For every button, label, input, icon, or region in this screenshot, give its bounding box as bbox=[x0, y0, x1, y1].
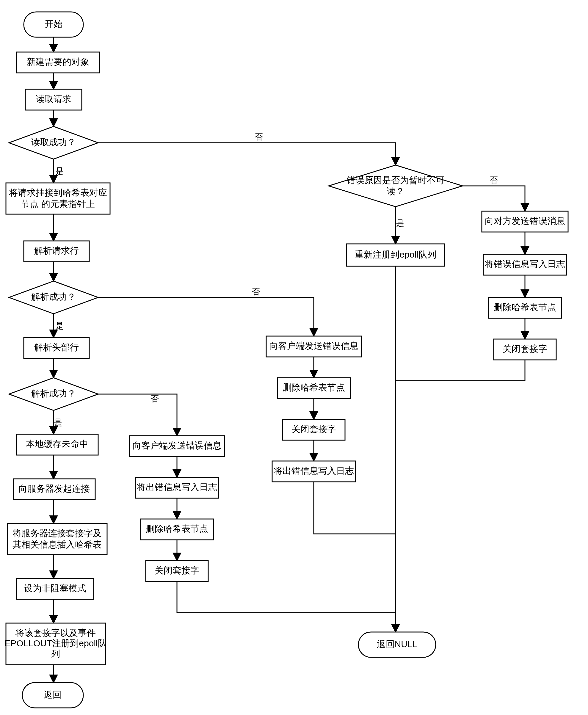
terminator-return-label: 返回 bbox=[44, 690, 62, 699]
box-r4-label: 关闭套接字 bbox=[155, 565, 199, 575]
box-insert-hash-l1: 将服务器连接套接字及 bbox=[12, 528, 102, 538]
box-nonblocking-label: 设为非阻塞模式 bbox=[24, 583, 86, 593]
label-no-3: 否 bbox=[150, 394, 159, 403]
box-m1-label: 向客户端发送错误信息 bbox=[269, 341, 358, 351]
box-hash-attach-l1: 将请求挂接到哈希表对应 bbox=[8, 188, 107, 197]
decision-read-success-label: 读取成功？ bbox=[31, 137, 76, 147]
label-yes-2: 是 bbox=[55, 321, 64, 331]
box-hash-attach-l2: 节点 的元素指针上 bbox=[21, 199, 95, 209]
box-parse-request-line-label: 解析请求行 bbox=[34, 246, 79, 255]
box-connect-server-label: 向服务器发起连接 bbox=[18, 484, 90, 493]
flowchart: 开始 新建需要的对象 读取请求 读取成功？ 是 将请求挂接到哈希表对应 节点 的… bbox=[0, 0, 588, 715]
box-r2-label: 将出错信息写入日志 bbox=[136, 482, 217, 492]
box-cache-miss-label: 本地缓存未命中 bbox=[26, 439, 88, 449]
box-m3-label: 关闭套接字 bbox=[292, 424, 336, 434]
box-e3-label: 删除哈希表节点 bbox=[494, 302, 556, 312]
label-no-1: 否 bbox=[255, 132, 263, 142]
box-read-request-label: 读取请求 bbox=[36, 94, 71, 104]
decision-parse1-success-label: 解析成功？ bbox=[31, 292, 76, 301]
label-yes-3: 是 bbox=[54, 418, 62, 427]
box-register-epoll-l3: 列 bbox=[51, 649, 60, 658]
label-no-4: 否 bbox=[489, 175, 498, 185]
terminator-return-null-label: 返回NULL bbox=[377, 639, 418, 649]
decision-temp-l2: 读？ bbox=[387, 186, 404, 196]
terminator-start-label: 开始 bbox=[45, 19, 62, 29]
box-register-epoll-l2: EPOLLOUT注册到epoll队 bbox=[4, 638, 106, 648]
decision-temp-l1: 错误原因是否为暂时不可 bbox=[346, 175, 445, 185]
box-register-epoll-l1: 将该套接字以及事件 bbox=[15, 628, 96, 638]
box-r3-label: 删除哈希表节点 bbox=[146, 524, 208, 533]
box-t1-label: 重新注册到epoll队列 bbox=[355, 250, 436, 259]
box-new-objects-label: 新建需要的对象 bbox=[27, 57, 89, 67]
label-no-2: 否 bbox=[252, 287, 260, 296]
box-parse-header-label: 解析头部行 bbox=[34, 342, 79, 352]
box-m4-label: 将出错信息写入日志 bbox=[273, 466, 354, 476]
box-r1-label: 向客户端发送错误信息 bbox=[132, 440, 222, 450]
box-e1-label: 向对方发送错误消息 bbox=[485, 216, 565, 226]
box-m2-label: 删除哈希表节点 bbox=[282, 382, 345, 392]
decision-parse2-success-label: 解析成功？ bbox=[31, 388, 76, 398]
label-yes-4: 是 bbox=[396, 218, 404, 228]
box-e2-label: 将错误信息写入日志 bbox=[484, 259, 565, 269]
box-e4-label: 关闭套接字 bbox=[503, 344, 547, 354]
box-insert-hash-l2: 其相关信息插入哈希表 bbox=[13, 540, 102, 549]
label-yes-1: 是 bbox=[55, 167, 64, 176]
